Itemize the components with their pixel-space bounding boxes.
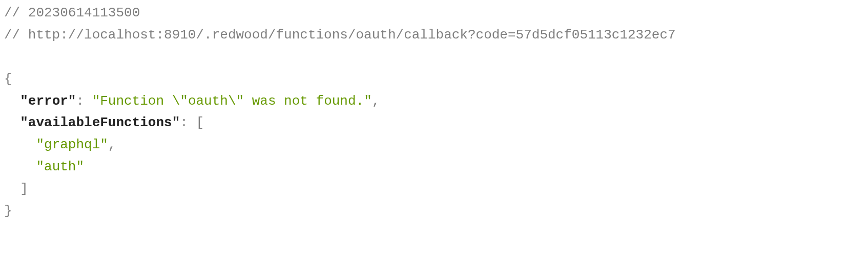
comment-url: http://localhost:8910/.redwood/functions… — [28, 27, 676, 43]
json-array-value: "auth" — [36, 159, 84, 174]
comment-line-url: // http://localhost:8910/.redwood/functi… — [4, 24, 864, 46]
json-array-item: "auth" — [4, 156, 864, 178]
colon: : — [180, 115, 196, 130]
comment-line-timestamp: // 20230614113500 — [4, 2, 864, 24]
json-array-item: "graphql", — [4, 134, 864, 156]
json-available-open-line: "availableFunctions": [ — [4, 112, 864, 134]
json-close-brace-line: } — [4, 200, 864, 222]
json-close-bracket-line: ] — [4, 178, 864, 200]
json-open-brace-line: { — [4, 68, 864, 90]
json-value-error: "Function \"oauth\" was not found." — [92, 93, 372, 109]
comment-prefix: // — [4, 5, 28, 21]
comma: , — [108, 137, 116, 152]
open-bracket: [ — [196, 115, 204, 130]
json-error-line: "error": "Function \"oauth\" was not fou… — [4, 90, 864, 112]
comma: , — [372, 93, 380, 109]
json-key-error: "error" — [20, 93, 76, 109]
comment-timestamp: 20230614113500 — [28, 5, 140, 21]
json-key-available: "availableFunctions" — [20, 115, 180, 130]
colon: : — [76, 93, 92, 109]
json-array-value: "graphql" — [36, 137, 108, 152]
close-bracket: ] — [20, 181, 28, 197]
blank-line — [4, 46, 864, 68]
open-brace: { — [4, 71, 12, 87]
comment-prefix: // — [4, 27, 28, 43]
close-brace: } — [4, 203, 12, 219]
